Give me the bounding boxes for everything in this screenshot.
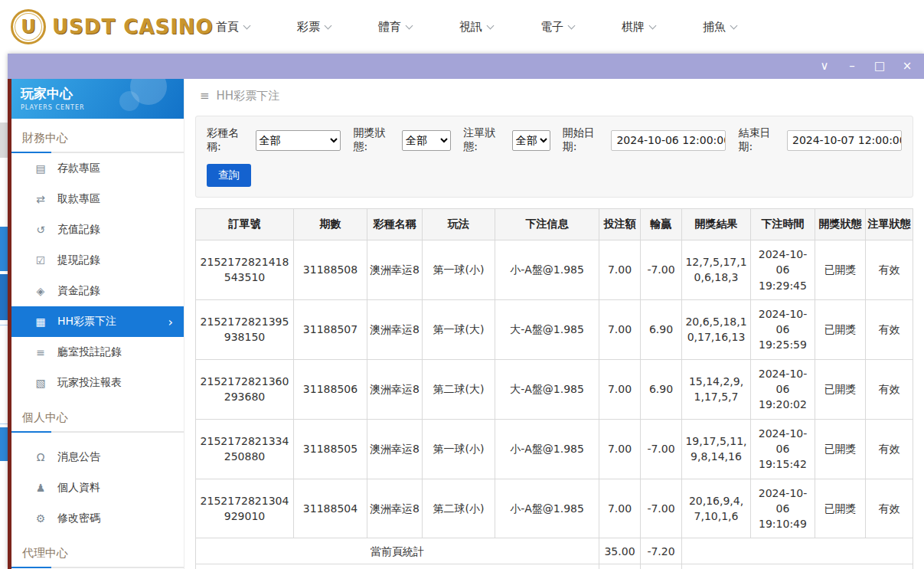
cell-lottery-name: 澳洲幸运8 xyxy=(367,479,423,538)
cell-bet-amount: 7.00 xyxy=(599,299,641,359)
end-date-label: 結束日期: xyxy=(738,126,781,154)
search-button[interactable]: 查詢 xyxy=(207,164,251,187)
order-status-select[interactable]: 全部 xyxy=(512,130,550,151)
sidebar-item-cashout-records[interactable]: ☑ 提現記錄 xyxy=(11,245,184,276)
col-winloss: 輸贏 xyxy=(641,209,682,240)
sidebar-item-label: 提現記錄 xyxy=(57,253,100,267)
nav-item-video[interactable]: 視訊 xyxy=(459,20,493,34)
sidebar-item-label: 消息公告 xyxy=(57,450,100,464)
nav-item-fishing[interactable]: 捕魚 xyxy=(703,20,736,34)
window-close-button[interactable]: × xyxy=(901,60,913,72)
summary-label: 總統計 xyxy=(196,564,599,569)
window-collapse-button[interactable]: ∨ xyxy=(818,60,831,72)
cell-period: 31188506 xyxy=(294,359,367,419)
chevron-down-icon xyxy=(243,21,251,29)
start-date-input[interactable] xyxy=(611,130,726,151)
main-content: ≡ HH彩票下注 彩種名稱: 全部 開獎狀態: 全部 注單狀態: xyxy=(184,79,924,569)
cell-winloss: -7.00 xyxy=(641,240,682,300)
section-title-finance: 財務中心 xyxy=(11,119,184,152)
lottery-name-label: 彩種名稱: xyxy=(207,126,250,154)
col-order-no: 訂單號 xyxy=(196,209,294,240)
cell-bet-amount: 7.00 xyxy=(599,479,641,538)
sidebar-item-label: 取款專區 xyxy=(57,192,100,206)
cell-order-no: 2152172821334250880 xyxy=(196,419,294,479)
summary-empty xyxy=(682,564,913,569)
sidebar-item-withdraw[interactable]: ⇄ 取款專區 xyxy=(11,184,184,214)
chevron-down-icon xyxy=(406,21,413,29)
sidebar-item-funds-records[interactable]: ◈ 資金記錄 xyxy=(11,276,184,306)
withdraw-icon: ⇄ xyxy=(34,193,47,205)
site-logo[interactable]: U USDT CASINO xyxy=(11,9,214,44)
table-row: 2152172821395938150 31188507 澳洲幸运8 第一球(大… xyxy=(196,299,913,359)
cell-play: 第二球(大) xyxy=(423,359,495,419)
nav-item-lottery[interactable]: 彩票 xyxy=(297,20,331,34)
deposit-icon: ▤ xyxy=(34,162,47,175)
col-draw-status: 開獎狀態 xyxy=(815,209,866,240)
table-row: 2152172821334250880 31188505 澳洲幸运8 第一球(小… xyxy=(196,419,913,479)
sidebar-item-change-password[interactable]: ⚙ 修改密碼 xyxy=(11,503,184,534)
sidebar-item-label: 個人資料 xyxy=(57,481,100,495)
room-records-icon: ≡ xyxy=(34,346,47,358)
col-draw-result: 開獎結果 xyxy=(682,209,751,240)
cell-bet-amount: 7.00 xyxy=(599,240,641,300)
sidebar: 玩家中心 PLAYERS CENTER 財務中心 ▤ 存款專區 ⇄ 取款專區 ↺… xyxy=(11,79,184,569)
sidebar-item-hh-lottery-bets[interactable]: ▦ HH彩票下注 › xyxy=(11,306,184,337)
sidebar-item-label: 存款專區 xyxy=(57,162,100,175)
bets-table: 訂單號 期數 彩種名稱 玩法 下注信息 投注額 輸贏 開獎結果 下注時間 開獎狀… xyxy=(195,208,913,569)
chevron-down-icon xyxy=(730,21,738,29)
menu-icon[interactable]: ≡ xyxy=(200,89,210,103)
window-maximize-button[interactable]: □ xyxy=(873,60,886,72)
cell-lottery-name: 澳洲幸运8 xyxy=(367,419,423,479)
cell-winloss: 6.90 xyxy=(641,359,682,419)
sidebar-item-profile[interactable]: ♟ 個人資料 xyxy=(11,473,184,503)
lottery-name-select[interactable]: 全部 xyxy=(256,130,341,151)
order-status-label: 注單狀態: xyxy=(463,126,506,154)
page-title: HH彩票下注 xyxy=(217,89,280,103)
cell-bet-time: 2024-10-06 19:10:49 xyxy=(751,479,815,538)
page-title-bar: ≡ HH彩票下注 xyxy=(195,79,913,113)
section-title-personal: 個人中心 xyxy=(11,398,184,431)
logo-emblem-icon: U xyxy=(11,9,46,44)
cell-order-status: 有效 xyxy=(866,359,913,419)
cell-bet-amount: 7.00 xyxy=(599,359,641,419)
top-navbar: U USDT CASINO 首頁 彩票 體育 視訊 電子 棋牌 捕魚 xyxy=(0,0,924,54)
sidebar-item-announcements[interactable]: Ω 消息公告 xyxy=(11,442,184,473)
cell-play: 第一球(小) xyxy=(423,419,495,479)
recharge-icon: ↺ xyxy=(34,224,47,236)
cell-play: 第一球(小) xyxy=(423,240,495,300)
col-play: 玩法 xyxy=(423,209,495,240)
nav-item-chess[interactable]: 棋牌 xyxy=(622,20,655,34)
sidebar-item-room-bet-records[interactable]: ≡ 廳室投註記錄 xyxy=(11,337,184,368)
cell-order-status: 有效 xyxy=(866,299,913,359)
cell-draw-status: 已開獎 xyxy=(815,240,866,300)
logo-text: USDT CASINO xyxy=(52,15,214,38)
cashout-icon: ☑ xyxy=(34,254,47,267)
chevron-down-icon xyxy=(568,21,576,29)
chevron-right-icon: › xyxy=(168,315,173,329)
cell-period: 31188507 xyxy=(294,299,367,359)
nav-item-electronic[interactable]: 電子 xyxy=(540,20,574,34)
draw-status-select[interactable]: 全部 xyxy=(402,130,451,151)
cell-order-status: 有效 xyxy=(866,240,913,300)
sidebar-item-player-bet-report[interactable]: ▧ 玩家投注報表 xyxy=(11,368,184,398)
cell-bet-info: 小-A盤@1.985 xyxy=(495,240,599,300)
cell-lottery-name: 澳洲幸运8 xyxy=(367,240,423,300)
end-date-input[interactable] xyxy=(787,130,902,151)
main-nav: 首頁 彩票 體育 視訊 電子 棋牌 捕魚 xyxy=(216,0,736,54)
cell-draw-result: 15,14,2,9,1,17,5,7 xyxy=(682,359,751,419)
col-bet-info: 下注信息 xyxy=(495,209,599,240)
cell-draw-result: 20,16,9,4,7,10,1,6 xyxy=(682,479,751,538)
summary-winloss-total: -7.20 xyxy=(641,538,682,564)
section-underline xyxy=(11,567,184,568)
sidebar-item-recharge-records[interactable]: ↺ 充值記錄 xyxy=(11,214,184,245)
window-minimize-button[interactable]: – xyxy=(846,60,858,72)
sidebar-subtitle: PLAYERS CENTER xyxy=(21,104,184,111)
nav-item-home[interactable]: 首頁 xyxy=(216,20,250,34)
report-icon: ▧ xyxy=(34,377,47,389)
cell-bet-amount: 7.00 xyxy=(599,419,641,479)
page-summary-row: 當前頁統計 35.00 -7.20 xyxy=(196,538,913,564)
cell-draw-status: 已開獎 xyxy=(815,419,866,479)
cell-draw-result: 19,17,5,11,9,8,14,16 xyxy=(682,419,751,479)
nav-item-sports[interactable]: 體育 xyxy=(378,20,412,34)
sidebar-item-deposit[interactable]: ▤ 存款專區 xyxy=(11,153,184,184)
